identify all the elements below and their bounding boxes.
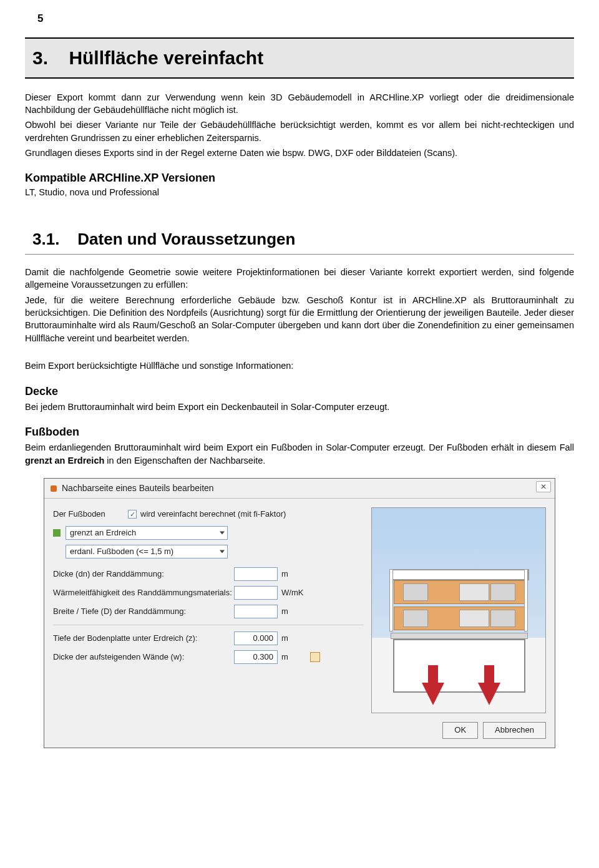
- building-illustration: [371, 507, 546, 713]
- input-lambda[interactable]: [234, 586, 278, 600]
- fussboden-text-a: Beim erdanliegenden Bruttorauminhalt wir…: [25, 442, 574, 452]
- close-button[interactable]: ✕: [536, 481, 551, 492]
- label-dn: Dicke (dn) der Randdämmung:: [53, 568, 234, 580]
- unit-m-1: m: [281, 568, 306, 580]
- section-title-text: Daten und Voraussetzungen: [77, 230, 295, 248]
- section-heading: 3.1. Daten und Voraussetzungen: [25, 224, 574, 255]
- form-column: Der Fußboden ✓ wird vereinfacht berechne…: [53, 507, 364, 713]
- section-number: 3.1.: [32, 230, 59, 248]
- intro-p3: Grundlagen dieses Exports sind in der Re…: [25, 147, 574, 159]
- fussboden-text-b: in den Eigenschaften der Nachbarseite.: [104, 456, 265, 466]
- divider: [53, 625, 364, 625]
- sec-p1: Damit die nachfolgende Geometrie sowie w…: [25, 266, 574, 291]
- chapter-heading: 3. Hüllfläche vereinfacht: [25, 37, 574, 79]
- sec-p2: Jede, für die weitere Berechnung erforde…: [25, 294, 574, 344]
- unit-wmk: W/mK: [281, 587, 306, 598]
- simplified-label: wird vereinfacht berechnet (mit fi-Fakto…: [140, 509, 286, 520]
- cancel-button[interactable]: Abbrechen: [483, 722, 546, 738]
- component-label: Der Fußboden: [53, 509, 128, 520]
- dialog-title-text: Nachbarseite eines Bauteils bearbeiten: [62, 482, 214, 495]
- label-lambda: Wärmeleitfähigkeit des Randdämmungsmater…: [53, 587, 234, 598]
- illustration-column: [371, 507, 546, 713]
- adjacent-combo[interactable]: grenzt an Erdreich: [66, 526, 228, 540]
- decke-heading: Decke: [25, 384, 574, 399]
- input-w[interactable]: 0.300: [234, 650, 278, 664]
- dialog-window: Nachbarseite eines Bauteils bearbeiten ✕…: [44, 478, 555, 748]
- input-bd[interactable]: [234, 605, 278, 618]
- fussboden-bold: grenzt an Erdreich: [25, 456, 104, 466]
- color-indicator-icon: [53, 529, 61, 537]
- label-w: Dicke der aufsteigenden Wände (w):: [53, 651, 234, 663]
- intro-p1: Dieser Export kommt dann zur Verwendung …: [25, 91, 574, 117]
- dialog-footer: OK Abbrechen: [44, 716, 555, 747]
- unit-m-4: m: [281, 651, 306, 663]
- fussboden-heading: Fußboden: [25, 424, 574, 440]
- intro-block: Dieser Export kommt dann zur Verwendung …: [25, 91, 574, 159]
- section-body: Damit die nachfolgende Geometrie sowie w…: [25, 266, 574, 372]
- dialog-titlebar: Nachbarseite eines Bauteils bearbeiten ✕: [44, 479, 555, 499]
- fussboden-text: Beim erdanliegenden Bruttorauminhalt wir…: [25, 441, 574, 467]
- ok-button[interactable]: OK: [442, 722, 478, 738]
- floor-type-combo[interactable]: erdanl. Fußboden (<= 1,5 m): [66, 545, 228, 558]
- app-icon: [51, 485, 57, 492]
- unit-m-3: m: [281, 633, 306, 644]
- compat-text: LT, Studio, nova und Professional: [25, 186, 574, 198]
- label-bd: Breite / Tiefe (D) der Randdämmung:: [53, 606, 234, 617]
- compat-heading: Kompatible ARCHline.XP Versionen: [25, 170, 574, 186]
- unit-m-2: m: [281, 606, 306, 617]
- chapter-number: 3.: [32, 47, 48, 68]
- page-number: 5: [37, 11, 574, 26]
- label-z: Tiefe der Bodenplatte unter Erdreich (z)…: [53, 633, 234, 644]
- sec-p3: Beim Export berücksichtigte Hüllfläche u…: [25, 359, 574, 372]
- input-dn[interactable]: [234, 567, 278, 581]
- intro-p2: Obwohl bei dieser Variante nur Teile der…: [25, 119, 574, 144]
- calculator-icon[interactable]: [310, 652, 320, 662]
- input-z[interactable]: 0.000: [234, 631, 278, 645]
- chapter-title-text: Hüllfläche vereinfacht: [69, 47, 263, 68]
- decke-text: Bei jedem Bruttorauminhalt wird beim Exp…: [25, 401, 574, 413]
- simplified-checkbox[interactable]: ✓: [128, 510, 137, 519]
